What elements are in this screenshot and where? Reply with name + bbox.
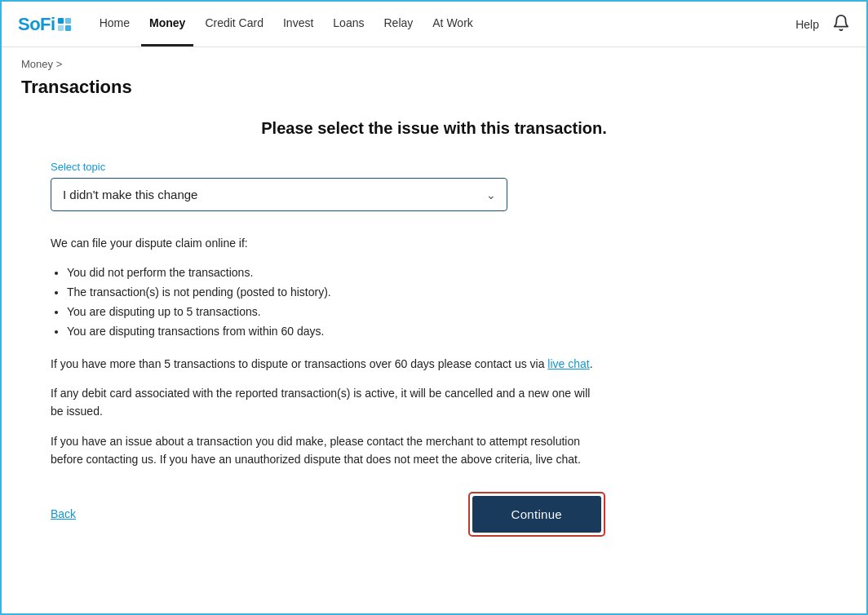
- bullet-item-2: You are disputing up to 5 transactions.: [67, 303, 622, 322]
- back-link[interactable]: Back: [51, 507, 76, 520]
- nav-links: Home Money Credit Card Invest Loans Rela…: [91, 2, 796, 46]
- nav-link-money[interactable]: Money: [141, 2, 193, 46]
- logo-text: SoFi: [18, 14, 55, 35]
- help-link[interactable]: Help: [795, 18, 819, 31]
- bullet-item-1: The transaction(s) is not pending (poste…: [67, 283, 622, 303]
- page-title-area: Transactions: [2, 73, 866, 111]
- nav-link-invest[interactable]: Invest: [275, 2, 321, 46]
- notification-bell-icon[interactable]: [832, 14, 850, 34]
- svg-rect-0: [58, 17, 64, 23]
- bottom-actions: Back Continue: [51, 492, 605, 537]
- page-title: Transactions: [21, 77, 847, 98]
- logo[interactable]: SoFi: [18, 14, 72, 35]
- nav-link-at-work[interactable]: At Work: [424, 2, 481, 46]
- main-content: Please select the issue with this transa…: [2, 111, 866, 613]
- top-navigation: SoFi Home Money Credit Card Invest Loans…: [2, 2, 866, 47]
- breadcrumb-separator: >: [56, 58, 63, 70]
- svg-rect-2: [58, 24, 64, 30]
- bullet-item-3: You are disputing transactions from with…: [67, 322, 622, 342]
- bullet-item-0: You did not perform the transactions.: [67, 263, 622, 283]
- breadcrumb-money-link[interactable]: Money: [21, 58, 53, 70]
- section-heading: Please select the issue with this transa…: [51, 119, 817, 138]
- continue-button[interactable]: Continue: [472, 496, 601, 533]
- breadcrumb: Money >: [2, 47, 866, 73]
- info-paragraph-3: If any debit card associated with the re…: [51, 384, 605, 421]
- bullet-list: You did not perform the transactions. Th…: [67, 263, 622, 341]
- nav-right: Help: [795, 14, 850, 34]
- logo-icon: [57, 17, 72, 32]
- select-topic-label: Select topic: [51, 161, 817, 173]
- topic-dropdown[interactable]: I didn't make this change Unauthorized c…: [51, 178, 507, 211]
- info-p2-before: If you have more than 5 transactions to …: [51, 357, 547, 370]
- dropdown-wrapper: I didn't make this change Unauthorized c…: [51, 178, 507, 211]
- live-chat-link[interactable]: live chat: [547, 357, 589, 370]
- nav-link-loans[interactable]: Loans: [325, 2, 372, 46]
- nav-link-home[interactable]: Home: [91, 2, 138, 46]
- info-paragraph-4: If you have an issue about a transaction…: [51, 432, 605, 469]
- nav-link-relay[interactable]: Relay: [375, 2, 421, 46]
- svg-rect-1: [65, 17, 71, 23]
- svg-rect-3: [65, 24, 71, 30]
- info-paragraph-1: We can file your dispute claim online if…: [51, 234, 605, 252]
- info-p2-after: .: [590, 357, 593, 370]
- info-paragraph-2: If you have more than 5 transactions to …: [51, 355, 605, 373]
- continue-button-wrapper: Continue: [468, 492, 605, 537]
- nav-link-credit-card[interactable]: Credit Card: [197, 2, 272, 46]
